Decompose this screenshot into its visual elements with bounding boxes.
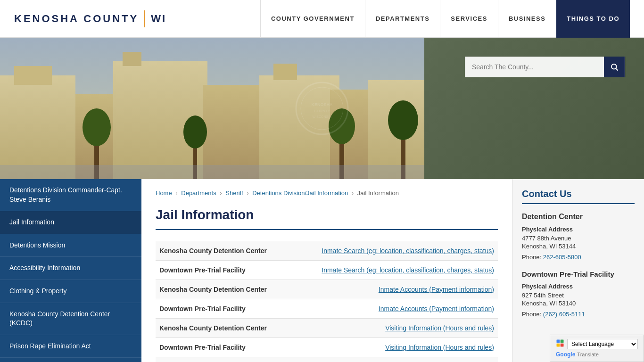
svg-rect-27 — [557, 340, 560, 343]
address-line2-2: Kenosha, WI 53140 — [522, 300, 635, 307]
svg-text:WISCONSIN: WISCONSIN — [313, 115, 331, 118]
sidebar-item-prea[interactable]: Prison Rape Elimination Act — [0, 335, 141, 358]
building-silhouette — [0, 38, 424, 179]
table-row: Downtown Pre-Trial Facility Inmate Searc… — [156, 260, 498, 280]
breadcrumb-current: Jail Information — [357, 189, 399, 197]
inmate-accounts-link-kcdc[interactable]: Inmate Accounts (Payment information) — [310, 280, 498, 299]
search-button[interactable] — [604, 57, 625, 77]
table-row: Downtown Pre-Trial Facility Inmate Accou… — [156, 299, 498, 318]
inmate-search-link-dptf[interactable]: Inmate Search (eg: location, classificat… — [310, 260, 498, 280]
facility-name: Downtown Pre-Trial Facility — [156, 260, 310, 280]
nav-things-to-do[interactable]: THINGS TO DO — [556, 0, 630, 38]
google-translate-label: Google Translate — [556, 351, 638, 358]
hero-search-bar — [465, 57, 625, 77]
sidebar-item-kcdc[interactable]: Kenosha County Detention Center (KCDC) — [0, 303, 141, 335]
table-row: Kenosha County Detention Center Visiting… — [156, 318, 498, 337]
translate-bar: Select Language English Spanish French G… — [550, 335, 644, 362]
svg-point-20 — [296, 82, 348, 134]
hero-banner: KENOSHA COUNTY WISCONSIN — [0, 38, 644, 179]
translate-glyph — [556, 339, 564, 347]
sidebar-item-clothing[interactable]: Clothing & Property — [0, 280, 141, 303]
svg-rect-19 — [0, 165, 424, 179]
breadcrumb-detentions[interactable]: Detentions Division/Jail Information — [252, 189, 348, 197]
facility-name: Kenosha County Detention Center — [156, 280, 310, 299]
search-input[interactable] — [465, 63, 604, 71]
logo-text[interactable]: KENOSHA COUNTY — [14, 13, 139, 25]
nav-county-government[interactable]: COUNTY GOVERNMENT — [260, 0, 365, 38]
svg-rect-5 — [123, 52, 141, 66]
address-line2-1: Kenosha, WI 53144 — [522, 243, 635, 250]
sidebar-item-jail-info[interactable]: Jail Information — [0, 211, 141, 234]
phone-label-1: Phone: — [522, 254, 541, 261]
phone-row-2: Phone: (262) 605-5111 — [522, 311, 635, 318]
phone-link-1[interactable]: 262-605-5800 — [543, 254, 581, 261]
svg-rect-29 — [557, 344, 560, 347]
facility-name: Kenosha County Detention Center — [156, 318, 310, 337]
breadcrumb: Home › Departments › Sheriff › Detention… — [156, 189, 498, 198]
sidebar-item-mission[interactable]: Detentions Mission — [0, 234, 141, 257]
svg-rect-30 — [561, 344, 564, 347]
sidebar-item-accessibility[interactable]: Accessibility Information — [0, 257, 141, 280]
svg-rect-28 — [561, 340, 564, 343]
content-area: Detentions Division Commander-Capt. Stev… — [0, 179, 644, 362]
logo-area: KENOSHA COUNTY WI — [14, 10, 166, 27]
svg-rect-2 — [14, 66, 52, 85]
nav-departments[interactable]: DEPARTMENTS — [365, 0, 440, 38]
nav-business[interactable]: BUSINESS — [498, 0, 556, 38]
visiting-info-link-dptf[interactable]: Visiting Information (Hours and rules) — [310, 337, 498, 357]
google-logo-text: Google — [556, 351, 575, 358]
table-row: Kenosha County Detention Center Inmate S… — [156, 241, 498, 261]
address-label-1: Physical Address — [522, 226, 635, 233]
contact-us-title: Contact Us — [522, 189, 635, 204]
address-label-2: Physical Address — [522, 283, 635, 290]
phone-link-2[interactable]: (262) 605-5111 — [543, 311, 585, 318]
facility-name: Kenosha County Detention Center — [156, 357, 310, 362]
header: KENOSHA COUNTY WI COUNTY GOVERNMENT DEPA… — [0, 0, 644, 38]
jail-info-table: Kenosha County Detention Center Inmate S… — [156, 241, 498, 362]
svg-text:KENOSHA: KENOSHA — [311, 102, 333, 107]
sidebar: Detentions Division Commander-Capt. Stev… — [0, 179, 141, 362]
svg-rect-8 — [273, 64, 297, 80]
table-row: Kenosha County Detention Center Clothing… — [156, 357, 498, 362]
svg-point-12 — [83, 108, 111, 146]
logo-state: WI — [151, 13, 166, 25]
svg-point-14 — [183, 115, 207, 148]
phone-row-1: Phone: 262-605-5800 — [522, 254, 635, 261]
visiting-info-link-kcdc[interactable]: Visiting Information (Hours and rules) — [310, 318, 498, 337]
facility-name: Downtown Pre-Trial Facility — [156, 337, 310, 357]
pretrial-facility-contact: Downtown Pre-Trial Facility Physical Add… — [522, 270, 635, 318]
breadcrumb-sheriff[interactable]: Sheriff — [225, 189, 243, 197]
translate-word: Translate — [577, 352, 598, 357]
facility-name: Kenosha County Detention Center — [156, 241, 310, 261]
language-select[interactable]: Select Language English Spanish French G… — [567, 339, 638, 349]
detention-center-name: Detention Center — [522, 213, 635, 221]
svg-rect-1 — [0, 75, 75, 179]
table-row: Downtown Pre-Trial Facility Visiting Inf… — [156, 337, 498, 357]
county-seal: KENOSHA COUNTY WISCONSIN — [294, 80, 350, 137]
search-icon — [610, 63, 619, 71]
google-translate-icon — [556, 339, 564, 349]
logo-divider — [144, 10, 145, 27]
facility-name: Downtown Pre-Trial Facility — [156, 299, 310, 318]
page-title-area: Jail Information — [156, 207, 498, 230]
phone-label-2: Phone: — [522, 311, 541, 318]
page-title: Jail Information — [156, 207, 498, 222]
svg-text:COUNTY: COUNTY — [314, 109, 330, 113]
inmate-accounts-link-dptf[interactable]: Inmate Accounts (Payment information) — [310, 299, 498, 318]
svg-point-18 — [388, 100, 418, 140]
main-nav: COUNTY GOVERNMENT DEPARTMENTS SERVICES B… — [185, 0, 630, 38]
nav-services[interactable]: SERVICES — [440, 0, 498, 38]
address-line1-1: 4777 88th Avenue — [522, 235, 635, 242]
pretrial-facility-name: Downtown Pre-Trial Facility — [522, 270, 635, 278]
svg-line-26 — [616, 68, 618, 70]
breadcrumb-departments[interactable]: Departments — [181, 189, 216, 197]
inmate-search-link-kcdc[interactable]: Inmate Search (eg: location, classificat… — [310, 241, 498, 261]
breadcrumb-home[interactable]: Home — [156, 189, 172, 197]
sidebar-item-commander[interactable]: Detentions Division Commander-Capt. Stev… — [0, 179, 141, 211]
main-content: Home › Departments › Sheriff › Detention… — [141, 179, 512, 362]
clothing-property-link-kcdc[interactable]: Clothing and Property — [310, 357, 498, 362]
svg-point-25 — [611, 64, 617, 69]
detention-center-contact: Detention Center Physical Address 4777 8… — [522, 213, 635, 261]
svg-point-21 — [301, 87, 343, 130]
address-line1-2: 927 54th Street — [522, 292, 635, 299]
